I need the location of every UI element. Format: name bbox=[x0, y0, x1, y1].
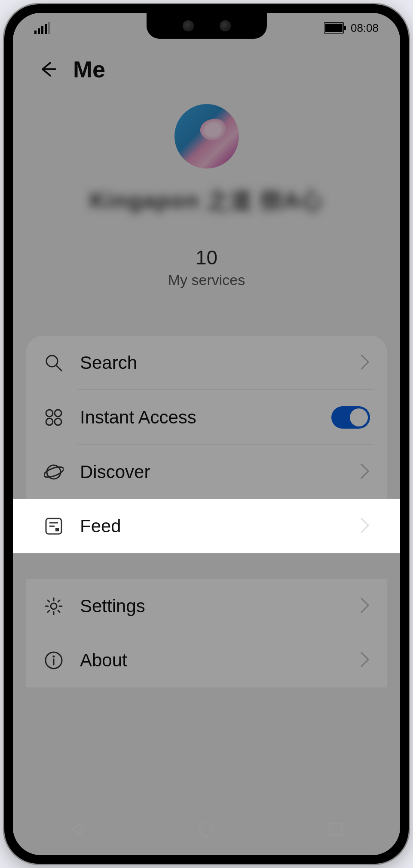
info-icon bbox=[43, 650, 64, 671]
system-nav-bar bbox=[13, 804, 400, 855]
nav-recents-button[interactable] bbox=[318, 812, 353, 847]
svg-rect-4 bbox=[48, 22, 50, 34]
status-time: 08:08 bbox=[351, 21, 379, 35]
menu-item-search[interactable]: Search bbox=[26, 336, 387, 390]
svg-rect-3 bbox=[45, 24, 47, 34]
chevron-right-icon bbox=[360, 353, 370, 372]
circle-home-icon bbox=[198, 821, 215, 838]
menu-label: Settings bbox=[80, 596, 344, 616]
planet-icon bbox=[43, 461, 64, 483]
svg-rect-0 bbox=[34, 31, 37, 34]
menu-label: Discover bbox=[80, 462, 344, 482]
menu-label: Feed bbox=[80, 516, 344, 537]
svg-rect-2 bbox=[41, 26, 43, 34]
instant-access-toggle[interactable] bbox=[331, 406, 370, 429]
gear-icon bbox=[43, 595, 64, 617]
menu-card-2: Settings About bbox=[26, 579, 387, 687]
triangle-back-icon bbox=[69, 821, 86, 838]
feed-icon bbox=[43, 515, 64, 537]
svg-rect-25 bbox=[330, 823, 342, 835]
signal-icon bbox=[34, 22, 50, 34]
chevron-right-icon bbox=[360, 463, 370, 482]
front-camera-icon bbox=[220, 20, 231, 31]
menu-item-settings[interactable]: Settings bbox=[26, 579, 387, 633]
svg-point-22 bbox=[53, 656, 55, 658]
chevron-right-icon bbox=[360, 651, 370, 670]
menu-item-instant-access[interactable]: Instant Access bbox=[26, 390, 387, 445]
profile-section: Kingapon 之道 彻A心 10 My services bbox=[13, 91, 400, 319]
notch bbox=[147, 13, 267, 39]
menu-label: Instant Access bbox=[80, 407, 316, 428]
phone-frame: 08:08 Me Kingapon 之道 彻A心 10 My services … bbox=[4, 4, 409, 864]
chevron-right-icon bbox=[360, 597, 370, 616]
svg-line-9 bbox=[56, 365, 61, 371]
search-icon bbox=[43, 352, 64, 374]
services-label: My services bbox=[168, 272, 245, 288]
svg-rect-1 bbox=[38, 28, 40, 34]
menu-label: About bbox=[80, 650, 344, 671]
menu-item-discover[interactable]: Discover bbox=[26, 445, 387, 499]
avatar[interactable] bbox=[174, 104, 239, 169]
nav-home-button[interactable] bbox=[189, 812, 223, 847]
header: Me bbox=[13, 43, 400, 91]
svg-point-20 bbox=[51, 603, 57, 609]
chevron-right-icon bbox=[360, 517, 370, 536]
svg-point-10 bbox=[46, 410, 53, 417]
svg-point-15 bbox=[44, 465, 64, 479]
square-recents-icon bbox=[328, 822, 343, 837]
back-button[interactable] bbox=[34, 56, 60, 82]
menu-item-about[interactable]: About bbox=[26, 633, 387, 687]
menu-label: Search bbox=[80, 353, 344, 373]
svg-rect-7 bbox=[344, 26, 346, 30]
battery-icon bbox=[324, 22, 346, 34]
screen: 08:08 Me Kingapon 之道 彻A心 10 My services … bbox=[13, 13, 400, 855]
services-count[interactable]: 10 bbox=[196, 246, 217, 269]
page-title: Me bbox=[73, 56, 105, 83]
svg-point-13 bbox=[55, 418, 61, 425]
arrow-left-icon bbox=[37, 58, 58, 80]
svg-rect-6 bbox=[325, 24, 343, 32]
svg-point-12 bbox=[46, 418, 53, 425]
username: Kingapon 之道 彻A心 bbox=[89, 186, 323, 216]
nav-back-button[interactable] bbox=[60, 812, 95, 847]
grid-icon bbox=[43, 407, 64, 428]
svg-point-24 bbox=[199, 822, 213, 836]
svg-rect-19 bbox=[55, 528, 59, 531]
menu-card: Search Instant Access Discover bbox=[26, 336, 387, 499]
menu-item-feed[interactable]: Feed bbox=[13, 499, 400, 553]
svg-point-11 bbox=[55, 410, 61, 417]
front-camera-icon bbox=[183, 20, 194, 31]
